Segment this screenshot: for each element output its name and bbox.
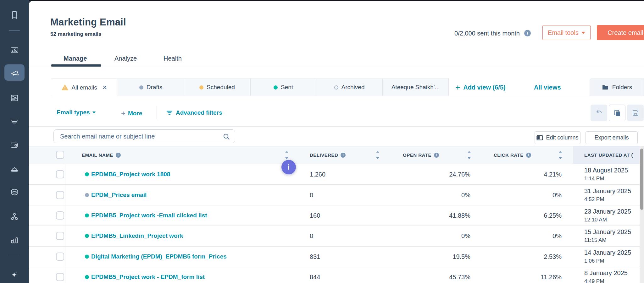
export-emails-button[interactable]: Export emails <box>586 131 638 144</box>
view-tab-label: All emails <box>71 84 97 91</box>
undo-button[interactable] <box>591 105 607 121</box>
all-views-label: All views <box>534 84 561 91</box>
row-checkbox[interactable] <box>56 273 64 281</box>
sidebar-divider <box>9 30 20 31</box>
view-tab-sent[interactable]: Sent <box>251 79 316 96</box>
view-tab-scheduled[interactable]: Scheduled <box>184 79 251 96</box>
email-name-link[interactable]: EPDMB5_Project work - EPDM_form list <box>91 274 205 280</box>
workflow-icon <box>9 211 19 221</box>
status-dot <box>139 85 143 90</box>
sort-control[interactable] <box>285 151 289 159</box>
column-header-email-name[interactable]: EMAIL NAME i <box>82 146 121 164</box>
sidebar-item-marketing[interactable] <box>4 64 25 81</box>
status-dot <box>85 254 89 259</box>
active-tab-indicator <box>51 64 101 67</box>
create-email-label: Create email <box>608 29 643 36</box>
plus-icon: + <box>121 109 125 118</box>
sort-control[interactable] <box>558 151 562 159</box>
column-header-click-rate[interactable]: CLICK RATE i <box>494 146 531 164</box>
click-rate-value: 0% <box>499 191 562 199</box>
view-tab-all-emails[interactable]: All emails ✕ <box>51 79 118 96</box>
delivered-value: 160 <box>310 212 320 219</box>
view-tab-ateeque-shaikh[interactable]: Ateeque Shaikh'... <box>383 79 449 96</box>
column-label: CLICK RATE <box>494 152 524 158</box>
view-tab-label: Scheduled <box>207 84 235 91</box>
row-checkbox[interactable] <box>56 170 64 178</box>
sidebar-item-automation[interactable] <box>4 208 25 225</box>
row-checkbox[interactable] <box>56 253 64 261</box>
table-row: EPDMB5_Project work - EPDM_form list 844… <box>29 267 644 283</box>
row-checkbox[interactable] <box>56 232 64 240</box>
info-icon[interactable]: i <box>116 153 121 158</box>
email-name-link[interactable]: EPDMB6_Project work 1808 <box>91 171 170 178</box>
table-row: EPDMB6_Project work 1808 1,260 24.76% 4.… <box>29 164 644 185</box>
view-tab-archived[interactable]: Archived <box>316 79 383 96</box>
save-view-button[interactable] <box>627 105 644 121</box>
column-label: DELIVERED <box>310 152 338 158</box>
folder-icon <box>602 84 609 91</box>
sidebar-item-data[interactable] <box>4 184 25 200</box>
overlay-info-badge[interactable]: i <box>281 160 296 174</box>
sidebar-item-reporting[interactable] <box>4 232 25 248</box>
add-view-label: Add view (6/5) <box>463 84 505 91</box>
column-header-delivered[interactable]: DELIVERED i <box>310 146 346 164</box>
main-panel: Marketing Email 52 marketing emails 0/2,… <box>29 1 644 283</box>
tab-manage[interactable]: Manage <box>64 55 87 62</box>
view-tabs-bar: + Add view (6/5) All views Folders All e… <box>29 79 644 96</box>
sidebar-item-bookmarks[interactable] <box>4 7 25 23</box>
view-tab-drafts[interactable]: Drafts <box>118 79 184 96</box>
tab-analyze[interactable]: Analyze <box>114 55 137 62</box>
open-rate-value: 45.73% <box>408 274 470 281</box>
edit-columns-button[interactable]: Edit columns <box>535 131 580 144</box>
tab-health[interactable]: Health <box>164 55 182 62</box>
create-email-button[interactable]: Create email <box>597 25 644 40</box>
advanced-filters-button[interactable]: Advanced filters <box>166 109 222 117</box>
row-checkbox[interactable] <box>56 191 64 199</box>
sidebar-item-commerce[interactable] <box>4 113 25 129</box>
filter-lines-icon <box>166 109 173 117</box>
open-rate-value: 0% <box>408 191 470 199</box>
info-icon[interactable]: i <box>341 153 346 158</box>
info-icon[interactable]: i <box>434 153 439 158</box>
email-name-link[interactable]: EPDM_Prices email <box>91 192 147 199</box>
scrollbar-track[interactable] <box>640 146 644 283</box>
add-view-button[interactable]: + Add view (6/5) <box>455 79 506 96</box>
sidebar-item-payments[interactable] <box>4 137 25 153</box>
folders-label: Folders <box>612 84 632 91</box>
row-checkbox[interactable] <box>56 211 64 220</box>
info-icon[interactable]: i <box>526 153 531 158</box>
service-bell-icon <box>9 164 19 174</box>
scrollbar-thumb[interactable] <box>640 149 643 210</box>
view-tab-label: Sent <box>281 84 293 91</box>
delivered-value: 0 <box>310 232 313 240</box>
email-name-link[interactable]: EPDMB5_Linkedin_Project work <box>91 232 183 239</box>
sidebar-item-content[interactable] <box>4 90 25 106</box>
select-all-checkbox[interactable] <box>56 151 64 159</box>
bar-chart-icon <box>9 235 19 245</box>
email-tools-button[interactable]: Email tools <box>542 25 591 40</box>
folders-tab[interactable]: Folders <box>590 79 644 96</box>
email-name-link[interactable]: EPDMB5_Project work -Email clicked list <box>91 212 207 219</box>
click-rate-value: 4.21% <box>499 171 562 178</box>
sidebar-item-ai-assistant[interactable] <box>4 267 25 283</box>
close-icon[interactable]: ✕ <box>102 84 107 90</box>
table-row: Digital Marketing (EPDM)_EPDMB5 form_Pri… <box>29 247 644 267</box>
sidebar-item-service[interactable] <box>4 161 25 177</box>
clone-view-button[interactable] <box>609 105 625 121</box>
email-types-label: Email types <box>57 109 90 116</box>
all-views-button[interactable]: All views <box>534 79 561 96</box>
quota-info-icon[interactable]: i <box>524 30 531 36</box>
column-header-last-updated[interactable]: LAST UPDATED AT ( <box>584 146 633 164</box>
last-updated-value: 15 January 202511:15 AM <box>584 228 631 244</box>
sidebar-item-crm[interactable] <box>4 42 25 58</box>
column-divider <box>65 164 65 283</box>
more-filters-button[interactable]: + More <box>121 109 142 118</box>
chevron-down-icon <box>92 112 96 113</box>
sort-control[interactable] <box>467 151 471 159</box>
email-types-dropdown[interactable]: Email types <box>57 109 96 116</box>
status-dot <box>85 193 89 197</box>
column-header-open-rate[interactable]: OPEN RATE i <box>403 146 439 164</box>
email-name-link[interactable]: Digital Marketing (EPDM)_EPDMB5 form_Pri… <box>91 253 227 260</box>
search-input[interactable] <box>53 129 235 143</box>
sort-control[interactable] <box>376 151 380 159</box>
